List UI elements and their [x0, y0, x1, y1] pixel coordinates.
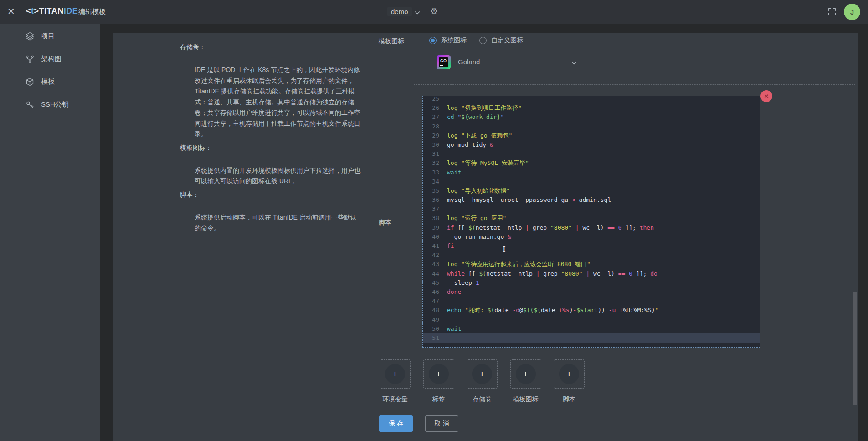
line-number: 35 [423, 186, 439, 195]
code-line: 27cd "${work_dir}" [423, 113, 760, 122]
cancel-button[interactable]: 取 消 [425, 415, 458, 432]
line-number: 40 [423, 232, 439, 241]
close-icon[interactable]: ✕ [7, 6, 15, 17]
script-label: 脚本 [379, 219, 391, 227]
code-line: 36mysql -hmysql -uroot -ppassword ga < a… [423, 195, 760, 205]
line-number: 29 [423, 131, 439, 140]
line-number: 27 [423, 113, 439, 122]
add-button-label: 标签 [423, 395, 454, 404]
line-number: 49 [423, 315, 439, 324]
key-icon [25, 100, 35, 109]
line-number: 39 [423, 223, 439, 232]
app-logo: <t>TITANIDE [26, 6, 78, 16]
delete-script-button[interactable]: ✕ [760, 90, 772, 102]
line-number: 32 [423, 159, 439, 168]
page-title: 编辑模板 [78, 8, 106, 16]
doc-section-title: 脚本： [180, 191, 360, 199]
code-line: 28 [423, 122, 760, 131]
code-line: 39if [[ $(netstat -ntlp | grep "8080" | … [423, 223, 760, 232]
code-line: 31 [423, 149, 760, 159]
line-number: 31 [423, 149, 439, 159]
line-number: 33 [423, 168, 439, 177]
top-bar: ✕ <t>TITANIDE 编辑模板 demo ⚙ J [0, 0, 868, 24]
sidebar-item-3[interactable]: 模板 [0, 70, 100, 93]
add-cell: +模板图标 [510, 359, 541, 404]
add-button-label: 模板图标 [510, 395, 541, 404]
add-cell: +存储卷 [467, 359, 498, 404]
add-button-label: 环境变量 [380, 395, 411, 404]
code-line: 38log "运行 go 应用" [423, 214, 760, 223]
goland-icon-inner: GO [439, 57, 448, 67]
line-number: 26 [423, 103, 439, 113]
line-number: 50 [423, 324, 439, 333]
line-number: 30 [423, 140, 439, 149]
add-section-row: +环境变量+标签+存储卷+模板图标+脚本 [380, 359, 597, 404]
script-code-editor[interactable]: 2526log "切换到项目工作路径"27cd "${work_dir}"282… [422, 96, 760, 348]
code-line: 33wait [423, 168, 760, 177]
add-标签-button[interactable]: + [423, 359, 454, 389]
line-number: 28 [423, 122, 439, 131]
page-scrollbar[interactable] [853, 292, 857, 405]
code-line: 46done [423, 287, 760, 297]
avatar[interactable]: J [844, 4, 860, 20]
sidebar-item-label: 架构图 [41, 55, 62, 63]
cube-icon [25, 77, 35, 87]
plus-icon: + [472, 364, 492, 384]
select-underline [437, 73, 588, 73]
sidebar-item-4[interactable]: SSH公钥 [0, 93, 100, 116]
add-脚本-button[interactable]: + [554, 359, 585, 389]
code-line: 40 go run main.go & [423, 232, 760, 241]
save-button[interactable]: 保 存 [379, 415, 413, 432]
add-button-label: 存储卷 [467, 395, 498, 404]
code-line: 35log "导入初始化数据" [423, 186, 760, 195]
sidebar-item-label: 项目 [41, 32, 55, 41]
logo-ide: IDE [64, 6, 78, 15]
add-cell: +环境变量 [380, 359, 411, 404]
code-line: 45 sleep 1 [423, 278, 760, 287]
code-line: 37 [423, 205, 760, 214]
line-number: 48 [423, 306, 439, 315]
radio-system-icon-label[interactable]: 系统图标 [441, 36, 467, 45]
chevron-down-icon[interactable] [414, 9, 421, 18]
sidebar: 项目架构图模板SSH公钥 [0, 24, 100, 441]
add-存储卷-button[interactable]: + [467, 359, 498, 389]
line-number: 51 [423, 333, 439, 343]
code-line: 42 [423, 251, 760, 260]
code-line-current: 51 [423, 333, 760, 343]
code-line: 34 [423, 177, 760, 186]
sidebar-item-1[interactable]: 项目 [0, 25, 100, 47]
sidebar-item-2[interactable]: 架构图 [0, 47, 100, 70]
plus-icon: + [516, 364, 536, 384]
project-dropdown[interactable]: demo [387, 7, 412, 16]
plus-icon: + [559, 364, 579, 384]
code-line: 25 [423, 96, 760, 103]
icon-select[interactable]: Goland [458, 58, 480, 66]
code-line: 41fi [423, 241, 760, 251]
code-line: 43log "等待应用运行起来后，应该会监听 8080 端口" [423, 260, 760, 269]
icon-type-radio-group: 系统图标 自定义图标 [429, 36, 536, 45]
text-cursor: I [503, 245, 506, 254]
line-number: 25 [423, 96, 439, 103]
doc-section-title: 模板图标： [180, 144, 360, 152]
add-button-label: 脚本 [554, 395, 585, 404]
add-模板图标-button[interactable]: + [510, 359, 541, 389]
code-line: 48echo "耗时: $(date -d@$(($(date +%s)-$st… [423, 306, 760, 315]
radio-custom-icon-label[interactable]: 自定义图标 [491, 36, 523, 45]
select-chevron-down-icon[interactable] [570, 59, 578, 68]
doc-section-body: 系统提供启动脚本，可以在 TitanIDE 启动前调用一些默认的命令。 [180, 212, 360, 234]
gear-icon[interactable]: ⚙ [430, 6, 438, 16]
radio-custom-icon[interactable] [479, 37, 487, 44]
template-icon-label: 模板图标 [379, 37, 404, 46]
goland-icon: GO [437, 55, 451, 69]
fullscreen-icon[interactable] [827, 7, 837, 19]
add-环境变量-button[interactable]: + [380, 359, 411, 389]
doc-section-title: 存储卷： [180, 43, 360, 51]
radio-system-icon[interactable] [429, 37, 437, 44]
sidebar-item-label: SSH公钥 [41, 100, 69, 109]
line-number: 38 [423, 214, 439, 223]
sidebar-item-label: 模板 [41, 77, 55, 86]
line-number: 44 [423, 269, 439, 278]
layers-icon [25, 31, 35, 41]
line-number: 34 [423, 177, 439, 186]
line-number: 41 [423, 241, 439, 251]
